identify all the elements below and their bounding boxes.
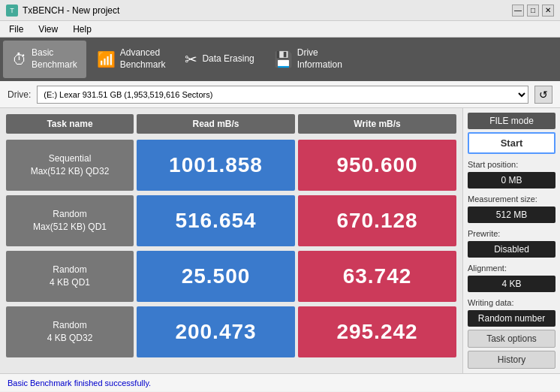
start-position-value: 0 MB <box>468 172 555 188</box>
writing-data-value: Random number <box>468 310 555 327</box>
data-erasing-icon: ✂ <box>185 50 197 68</box>
basic-benchmark-label: BasicBenchmark <box>32 47 77 71</box>
advanced-benchmark-label: AdvancedBenchmark <box>120 47 166 71</box>
row2-read: 516.654 <box>137 195 295 246</box>
row1-write: 950.600 <box>298 140 456 191</box>
header-read: Read mB/s <box>137 114 295 134</box>
menu-view[interactable]: View <box>35 23 61 36</box>
menu-file[interactable]: File <box>6 23 26 36</box>
table-row: Random4 KB QD32 200.473 295.242 <box>6 306 456 357</box>
drive-label: Drive: <box>8 89 31 100</box>
toolbar: ⏱ BasicBenchmark 📶 AdvancedBenchmark ✂ D… <box>0 38 560 81</box>
table-row: RandomMax(512 KB) QD1 516.654 670.128 <box>6 195 456 246</box>
row3-write: 63.742 <box>298 251 456 302</box>
title-bar-left: T TxBENCH - New project <box>6 5 119 17</box>
drive-bar: Drive: (E:) Lexar 931.51 GB (1,953,519,6… <box>0 81 560 108</box>
row4-write: 295.242 <box>298 306 456 357</box>
status-bar: Basic Benchmark finished successfully. <box>0 373 560 391</box>
toolbar-advanced-benchmark[interactable]: 📶 AdvancedBenchmark <box>88 41 175 78</box>
toolbar-basic-benchmark[interactable]: ⏱ BasicBenchmark <box>3 41 86 78</box>
table-header: Task name Read mB/s Write mB/s <box>6 114 456 134</box>
drive-information-icon: 💾 <box>274 50 293 68</box>
maximize-button[interactable]: □ <box>527 5 539 17</box>
minimize-button[interactable]: — <box>512 5 524 17</box>
measurement-size-label: Measurement size: <box>468 194 555 204</box>
row4-read: 200.473 <box>137 306 295 357</box>
benchmark-area: Task name Read mB/s Write mB/s Sequentia… <box>0 108 462 373</box>
row1-label: SequentialMax(512 KB) QD32 <box>6 140 134 191</box>
menu-bar: File View Help <box>0 21 560 38</box>
table-row: SequentialMax(512 KB) QD32 1001.858 950.… <box>6 140 456 191</box>
header-task-name: Task name <box>6 114 134 134</box>
table-row: Random4 KB QD1 25.500 63.742 <box>6 251 456 302</box>
row3-label: Random4 KB QD1 <box>6 251 134 302</box>
window-controls: — □ ✕ <box>512 5 554 17</box>
app-icon: T <box>6 5 18 17</box>
start-button[interactable]: Start <box>468 132 555 154</box>
alignment-label: Alignment: <box>468 264 555 273</box>
menu-help[interactable]: Help <box>70 23 95 36</box>
toolbar-drive-information[interactable]: 💾 DriveInformation <box>265 41 351 78</box>
basic-benchmark-icon: ⏱ <box>12 51 27 68</box>
close-button[interactable]: ✕ <box>542 5 554 17</box>
header-write: Write mB/s <box>298 114 456 134</box>
right-panel: FILE mode Start Start position: 0 MB Mea… <box>462 108 560 373</box>
row2-write: 670.128 <box>298 195 456 246</box>
history-button[interactable]: History <box>468 351 555 369</box>
alignment-value: 4 KB <box>468 276 555 292</box>
task-options-button[interactable]: Task options <box>468 330 555 348</box>
toolbar-data-erasing[interactable]: ✂ Data Erasing <box>176 41 263 78</box>
writing-data-label: Writing data: <box>468 298 555 307</box>
prewrite-label: Prewrite: <box>468 229 555 238</box>
drive-refresh-button[interactable]: ↺ <box>534 86 552 104</box>
window-title: TxBENCH - New project <box>23 5 119 16</box>
drive-information-label: DriveInformation <box>297 47 342 71</box>
row3-read: 25.500 <box>137 251 295 302</box>
advanced-benchmark-icon: 📶 <box>97 50 116 68</box>
data-erasing-label: Data Erasing <box>202 53 254 65</box>
file-mode-button[interactable]: FILE mode <box>468 113 555 129</box>
row4-label: Random4 KB QD32 <box>6 306 134 357</box>
drive-select[interactable]: (E:) Lexar 931.51 GB (1,953,519,616 Sect… <box>37 86 528 104</box>
measurement-size-value: 512 MB <box>468 207 555 223</box>
row1-read: 1001.858 <box>137 140 295 191</box>
row2-label: RandomMax(512 KB) QD1 <box>6 195 134 246</box>
status-message: Basic Benchmark finished successfully. <box>8 378 151 387</box>
prewrite-value: Disabled <box>468 241 555 258</box>
title-bar: T TxBENCH - New project — □ ✕ <box>0 0 560 21</box>
start-position-label: Start position: <box>468 160 555 169</box>
